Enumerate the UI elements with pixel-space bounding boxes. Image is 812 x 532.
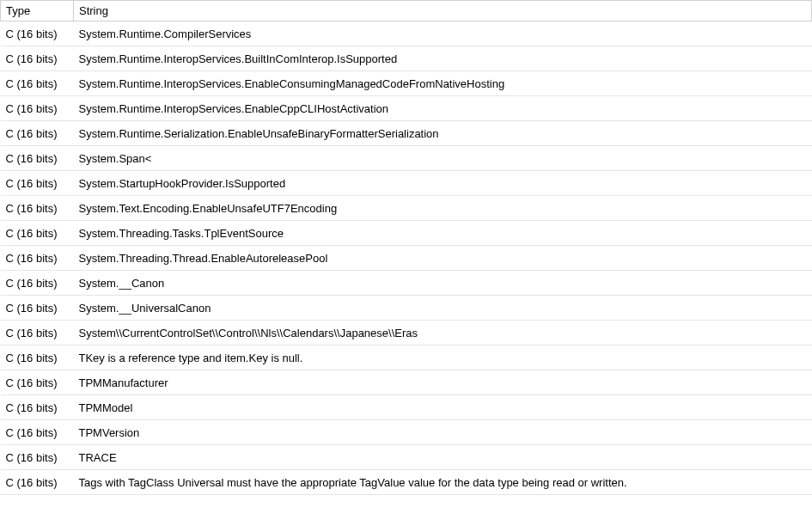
- cell-string: TKey is a reference type and item.Key is…: [74, 345, 812, 370]
- table-row[interactable]: C (16 bits)TPMVersion: [1, 420, 812, 445]
- cell-string: System.Runtime.InteropServices.BuiltInCo…: [74, 46, 812, 71]
- cell-string: System.Text.Encoding.EnableUnsafeUTF7Enc…: [74, 196, 812, 221]
- cell-type: C (16 bits): [1, 21, 74, 46]
- table-row[interactable]: C (16 bits)System.Threading.Tasks.TplEve…: [1, 221, 812, 246]
- table-row[interactable]: C (16 bits)System.StartupHookProvider.Is…: [1, 171, 812, 196]
- cell-type: C (16 bits): [1, 321, 74, 345]
- column-header-type[interactable]: Type: [1, 1, 74, 21]
- table-row[interactable]: C (16 bits)System.__UniversalCanon: [1, 296, 812, 321]
- cell-string: System\\CurrentControlSet\\Control\\Nls\…: [74, 321, 812, 345]
- cell-type: C (16 bits): [1, 246, 74, 271]
- table-row[interactable]: C (16 bits)TPMModel: [1, 395, 812, 420]
- cell-string: System.Threading.Thread.EnableAutoreleas…: [74, 246, 812, 271]
- cell-string: System.__Canon: [74, 271, 812, 296]
- cell-string: Tags with TagClass Universal must have t…: [74, 470, 812, 495]
- table-row[interactable]: C (16 bits)System.Threading.Thread.Enabl…: [1, 246, 812, 271]
- cell-string: System.StartupHookProvider.IsSupported: [74, 171, 812, 196]
- cell-string: System.Runtime.CompilerServices: [74, 21, 812, 46]
- table-row[interactable]: C (16 bits)System.__Canon: [1, 271, 812, 296]
- cell-string: System.Runtime.Serialization.EnableUnsaf…: [74, 121, 812, 146]
- table-row[interactable]: C (16 bits)System.Runtime.InteropService…: [1, 96, 812, 121]
- cell-type: C (16 bits): [1, 345, 74, 370]
- cell-string: System.Threading.Tasks.TplEventSource: [74, 221, 812, 246]
- cell-string: System.__UniversalCanon: [74, 296, 812, 321]
- table-row[interactable]: C (16 bits)System.Runtime.Serialization.…: [1, 121, 812, 146]
- table-row[interactable]: C (16 bits)System\\CurrentControlSet\\Co…: [1, 321, 812, 345]
- cell-type: C (16 bits): [1, 196, 74, 221]
- cell-type: C (16 bits): [1, 470, 74, 495]
- table-row[interactable]: C (16 bits)System.Text.Encoding.EnableUn…: [1, 196, 812, 221]
- column-header-string[interactable]: String: [74, 1, 812, 21]
- cell-type: C (16 bits): [1, 146, 74, 171]
- cell-string: System.Runtime.InteropServices.EnableCpp…: [74, 96, 812, 121]
- table-row[interactable]: C (16 bits)System.Span<: [1, 146, 812, 171]
- cell-string: System.Span<: [74, 146, 812, 171]
- cell-type: C (16 bits): [1, 221, 74, 246]
- table-row[interactable]: C (16 bits)System.Runtime.InteropService…: [1, 46, 812, 71]
- cell-type: C (16 bits): [1, 46, 74, 71]
- cell-string: System.Runtime.InteropServices.EnableCon…: [74, 71, 812, 96]
- table-row[interactable]: C (16 bits)TRACE: [1, 445, 812, 470]
- cell-string: TPMVersion: [74, 420, 812, 445]
- cell-type: C (16 bits): [1, 445, 74, 470]
- cell-string: TPMManufacturer: [74, 370, 812, 395]
- cell-type: C (16 bits): [1, 71, 74, 96]
- table-header-row: Type String: [1, 1, 812, 21]
- cell-type: C (16 bits): [1, 96, 74, 121]
- cell-type: C (16 bits): [1, 420, 74, 445]
- table-row[interactable]: C (16 bits)System.Runtime.CompilerServic…: [1, 21, 812, 46]
- cell-string: TPMModel: [74, 395, 812, 420]
- table-row[interactable]: C (16 bits)TPMManufacturer: [1, 370, 812, 395]
- table-row[interactable]: C (16 bits)System.Runtime.InteropService…: [1, 71, 812, 96]
- cell-type: C (16 bits): [1, 271, 74, 296]
- table-row[interactable]: C (16 bits)Tags with TagClass Universal …: [1, 470, 812, 495]
- cell-type: C (16 bits): [1, 395, 74, 420]
- cell-string: TRACE: [74, 445, 812, 470]
- table-row[interactable]: C (16 bits)TKey is a reference type and …: [1, 345, 812, 370]
- cell-type: C (16 bits): [1, 370, 74, 395]
- strings-table: Type String C (16 bits)System.Runtime.Co…: [0, 0, 812, 495]
- cell-type: C (16 bits): [1, 171, 74, 196]
- cell-type: C (16 bits): [1, 121, 74, 146]
- cell-type: C (16 bits): [1, 296, 74, 321]
